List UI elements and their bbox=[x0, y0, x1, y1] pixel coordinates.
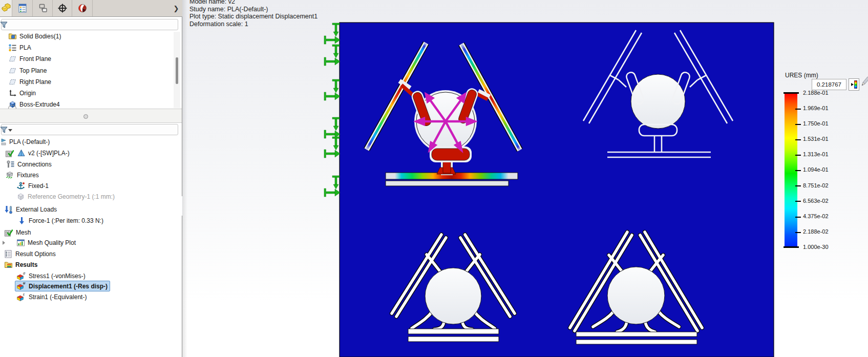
study-item-mesh-quality-plot[interactable]: Mesh Quality Plot bbox=[3, 238, 76, 248]
colorbar-tick bbox=[795, 185, 801, 186]
tree-item-pla-material[interactable]: PLA bbox=[8, 43, 31, 53]
study-filter-bar[interactable] bbox=[1, 124, 178, 135]
legend-tick-label: 1.969e-01 bbox=[803, 105, 829, 111]
mesh-check-icon bbox=[4, 228, 13, 237]
anchor-icon bbox=[16, 182, 26, 191]
colorbar-tick bbox=[795, 124, 801, 125]
legend-tick-label: 2.188e-01 bbox=[803, 90, 829, 96]
tree-filter-bar[interactable] bbox=[1, 19, 178, 30]
colorbar-bottom-cap bbox=[784, 246, 799, 248]
study-item-force-1[interactable]: Force-1 (:Per item: 0.33 N:) bbox=[17, 216, 103, 226]
reference-geometry-icon bbox=[16, 193, 25, 201]
legend-tick-label: 1.000e-30 bbox=[803, 244, 829, 250]
mini-arrow-icon bbox=[851, 83, 854, 86]
tab-feature-manager[interactable] bbox=[13, 0, 33, 16]
tree-item-label: Boss-Extrude4 bbox=[19, 101, 60, 108]
tree-item-label: Solid Bodies(1) bbox=[19, 33, 61, 40]
filter-funnel-icon bbox=[0, 126, 8, 134]
study-item-results[interactable]: Results bbox=[4, 260, 37, 270]
legend-tick-label: 1.094e-01 bbox=[803, 166, 829, 173]
feature-manager-panel: ❯ Solid Bodies(1) PLA bbox=[0, 0, 182, 357]
study-item-connections[interactable]: Connections bbox=[6, 159, 52, 170]
colorbar-tick bbox=[795, 139, 801, 140]
tree-item-front-plane[interactable]: Front Plane bbox=[8, 54, 51, 64]
study-item-displacement1-selected[interactable]: u Displacement1 (-Res disp-) bbox=[15, 281, 110, 291]
tree-item-origin[interactable]: Origin bbox=[8, 88, 36, 98]
study-item-reference-geometry[interactable]: Reference Geometry-1 (:1 mm:) bbox=[16, 192, 115, 202]
tab-part[interactable] bbox=[0, 0, 12, 16]
legend-tick-label: 2.188e-02 bbox=[803, 228, 829, 235]
study-item-external-loads[interactable]: External Loads bbox=[4, 204, 57, 215]
tree-item-right-plane[interactable]: Right Plane bbox=[8, 77, 51, 87]
fixtures-icon bbox=[5, 171, 14, 179]
legend-max-value-box[interactable]: 0.218767 bbox=[812, 79, 846, 90]
property-manager-icon bbox=[38, 3, 48, 13]
stress-plot-icon: σ bbox=[16, 272, 26, 281]
dimxpert-icon bbox=[57, 3, 68, 13]
plane-icon bbox=[8, 67, 17, 75]
tree-item-label: Top Plane bbox=[19, 67, 47, 74]
pencil-icon[interactable] bbox=[860, 75, 868, 89]
legend-tick-label: 1.313e-01 bbox=[803, 151, 829, 157]
external-loads-icon bbox=[4, 205, 13, 214]
model-graphics[interactable] bbox=[182, 0, 868, 357]
tree-item-label: Origin bbox=[19, 90, 36, 97]
study-item-strain1[interactable]: ε Strain1 (-Equivalent-) bbox=[16, 292, 87, 302]
plane-icon bbox=[8, 78, 17, 86]
part-icon bbox=[1, 3, 11, 13]
study-item-stress1[interactable]: σ Stress1 (-vonMises-) bbox=[16, 271, 86, 281]
study-item-mesh[interactable]: Mesh bbox=[4, 227, 31, 238]
bottom-jaw-pad bbox=[430, 146, 472, 162]
study-item-part-v2[interactable]: v2 (-[SW]PLA-) bbox=[5, 148, 70, 158]
colorbar-tick bbox=[795, 155, 801, 156]
tree-item-label: Right Plane bbox=[19, 78, 51, 86]
legend-title: URES (mm) bbox=[785, 72, 818, 79]
tree-item-label: Reference Geometry-1 (:1 mm:) bbox=[28, 193, 115, 200]
legend-tick-label: 1.750e-01 bbox=[803, 120, 829, 127]
tree-item-label: Result Options bbox=[15, 250, 56, 258]
colorbar-tick bbox=[795, 232, 801, 233]
panel-tab-strip: ❯ bbox=[0, 0, 182, 17]
study-item-result-options[interactable]: Result Options bbox=[4, 249, 56, 259]
tree-item-label: PLA (-Default-) bbox=[9, 138, 50, 145]
tree-item-label: Strain1 (-Equivalent-) bbox=[29, 293, 87, 301]
tab-property-manager[interactable] bbox=[33, 0, 53, 16]
colorbar-tick bbox=[795, 109, 801, 110]
tree-item-label: PLA bbox=[19, 44, 31, 51]
svg-text:u: u bbox=[23, 282, 26, 285]
appearance-sphere-icon bbox=[77, 3, 88, 13]
graphics-viewport[interactable]: Model name: v2 Study name: PLA(-Default-… bbox=[182, 0, 868, 357]
tab-display-manager[interactable] bbox=[73, 0, 93, 16]
tree-item-label: Mesh bbox=[16, 229, 31, 236]
tree-item-top-plane[interactable]: Top Plane bbox=[8, 66, 47, 76]
mini-colorbar-icon bbox=[854, 80, 857, 89]
expand-caret-icon[interactable] bbox=[3, 241, 5, 245]
results-folder-icon bbox=[4, 261, 13, 269]
panel-expand-chevron[interactable]: ❯ bbox=[171, 3, 181, 13]
colorbar-tick bbox=[795, 217, 801, 218]
mesh-quality-plot-icon bbox=[16, 239, 25, 247]
tree-item-solid-bodies[interactable]: Solid Bodies(1) bbox=[8, 31, 61, 41]
tab-dimxpert[interactable] bbox=[53, 0, 72, 16]
material-icon bbox=[8, 44, 17, 52]
tree-item-label: v2 (-[SW]PLA-) bbox=[28, 150, 70, 157]
study-item-fixed-1[interactable]: Fixed-1 bbox=[16, 181, 49, 191]
study-item-pla-default[interactable]: PLA (-Default-) bbox=[1, 137, 50, 147]
study-item-fixtures[interactable]: Fixtures bbox=[5, 170, 39, 180]
panel-splitter[interactable] bbox=[0, 109, 182, 123]
colorbar-tick bbox=[795, 201, 801, 202]
tree-item-label: Stress1 (-vonMises-) bbox=[29, 272, 86, 280]
legend-tick-label: 6.563e-02 bbox=[803, 198, 829, 204]
fixture-symbols bbox=[324, 23, 340, 197]
study-icon bbox=[1, 138, 7, 146]
legend-tick-label: 8.751e-02 bbox=[803, 182, 829, 188]
tree-scrollbar[interactable] bbox=[174, 32, 180, 108]
displacement-plot-icon: u bbox=[16, 282, 26, 290]
tree-item-label: Displacement1 (-Res disp-) bbox=[29, 283, 108, 290]
strain-plot-icon: ε bbox=[16, 293, 26, 302]
svg-text:σ: σ bbox=[23, 272, 26, 275]
legend-colorbar-button[interactable] bbox=[849, 78, 859, 91]
legend-tick-label: 1.531e-01 bbox=[803, 136, 829, 142]
tree-scrollbar-thumb[interactable] bbox=[176, 57, 178, 84]
force-arrow-icon bbox=[17, 217, 26, 225]
